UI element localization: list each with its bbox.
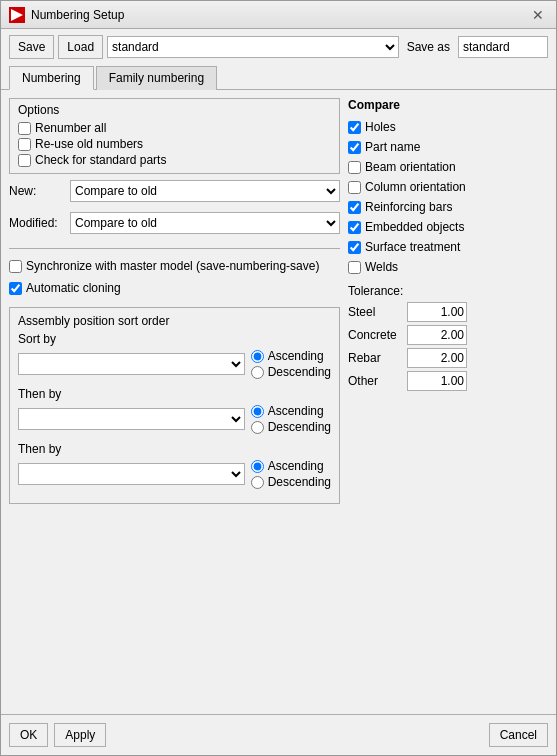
sort1-descending-radio[interactable] (251, 366, 264, 379)
other-input[interactable] (407, 371, 467, 391)
beam-orientation-checkbox[interactable] (348, 161, 361, 174)
tolerance-section: Tolerance: Steel Concrete Rebar Other (348, 284, 548, 394)
rebar-row: Rebar (348, 348, 548, 368)
steel-input[interactable] (407, 302, 467, 322)
new-label: New: (9, 184, 64, 198)
sort2-descending-row: Descending (251, 420, 331, 434)
sort1-ascending-radio[interactable] (251, 350, 264, 363)
sort2-radio-group: Ascending Descending (251, 404, 331, 434)
profile-combo[interactable]: standard (107, 36, 399, 58)
holes-label[interactable]: Holes (365, 120, 396, 134)
sort1-ascending-row: Ascending (251, 349, 331, 363)
save-as-label: Save as (407, 40, 450, 54)
welds-checkbox[interactable] (348, 261, 361, 274)
tab-family-numbering[interactable]: Family numbering (96, 66, 217, 90)
footer: OK Apply Cancel (1, 714, 556, 755)
surface-treatment-label[interactable]: Surface treatment (365, 240, 460, 254)
check-standard-row: Check for standard parts (18, 153, 331, 167)
synchronize-checkbox[interactable] (9, 260, 22, 273)
sort2-combo[interactable] (18, 408, 245, 430)
sort3-descending-label[interactable]: Descending (268, 475, 331, 489)
column-orientation-checkbox[interactable] (348, 181, 361, 194)
welds-label[interactable]: Welds (365, 260, 398, 274)
sort3-combo[interactable] (18, 463, 245, 485)
sort2-ascending-row: Ascending (251, 404, 331, 418)
column-orientation-label[interactable]: Column orientation (365, 180, 466, 194)
sort-group-3: Then by Ascending Descen (18, 442, 331, 489)
sort1-descending-row: Descending (251, 365, 331, 379)
renumber-all-checkbox[interactable] (18, 122, 31, 135)
reinforcing-bars-row: Reinforcing bars (348, 200, 548, 214)
window-title: Numbering Setup (31, 8, 528, 22)
tab-numbering[interactable]: Numbering (9, 66, 94, 90)
sort-row-3: Ascending Descending (18, 459, 331, 489)
new-combo[interactable]: Compare to old (70, 180, 340, 202)
surface-treatment-checkbox[interactable] (348, 241, 361, 254)
beam-orientation-row: Beam orientation (348, 160, 548, 174)
part-name-row: Part name (348, 140, 548, 154)
window-icon (9, 7, 25, 23)
sort-row-1: Ascending Descending (18, 349, 331, 379)
ok-button[interactable]: OK (9, 723, 48, 747)
title-bar: Numbering Setup ✕ (1, 1, 556, 29)
concrete-row: Concrete (348, 325, 548, 345)
check-standard-label[interactable]: Check for standard parts (35, 153, 166, 167)
concrete-label: Concrete (348, 328, 403, 342)
rebar-input[interactable] (407, 348, 467, 368)
assembly-sort-title: Assembly position sort order (18, 314, 331, 328)
steel-row: Steel (348, 302, 548, 322)
beam-orientation-label[interactable]: Beam orientation (365, 160, 456, 174)
embedded-objects-row: Embedded objects (348, 220, 548, 234)
modified-combo[interactable]: Compare to old (70, 212, 340, 234)
sort1-combo[interactable] (18, 353, 245, 375)
sort3-ascending-radio[interactable] (251, 460, 264, 473)
auto-clone-label[interactable]: Automatic cloning (26, 281, 121, 295)
sort2-descending-radio[interactable] (251, 421, 264, 434)
reinforcing-bars-checkbox[interactable] (348, 201, 361, 214)
save-button[interactable]: Save (9, 35, 54, 59)
load-button[interactable]: Load (58, 35, 103, 59)
sort1-radio-group: Ascending Descending (251, 349, 331, 379)
reinforcing-bars-label[interactable]: Reinforcing bars (365, 200, 452, 214)
options-section: Options Renumber all Re-use old numbers … (9, 98, 340, 174)
sort1-ascending-label[interactable]: Ascending (268, 349, 324, 363)
reuse-old-label[interactable]: Re-use old numbers (35, 137, 143, 151)
left-panel: Options Renumber all Re-use old numbers … (9, 98, 340, 706)
other-row: Other (348, 371, 548, 391)
numbering-setup-window: Numbering Setup ✕ Save Load standard Sav… (0, 0, 557, 756)
close-button[interactable]: ✕ (528, 5, 548, 25)
part-name-label[interactable]: Part name (365, 140, 420, 154)
embedded-objects-checkbox[interactable] (348, 221, 361, 234)
synchronize-label[interactable]: Synchronize with master model (save-numb… (26, 259, 319, 273)
holes-checkbox[interactable] (348, 121, 361, 134)
reuse-old-row: Re-use old numbers (18, 137, 331, 151)
auto-clone-checkbox[interactable] (9, 282, 22, 295)
reuse-old-checkbox[interactable] (18, 138, 31, 151)
steel-label: Steel (348, 305, 403, 319)
cancel-button[interactable]: Cancel (489, 723, 548, 747)
embedded-objects-label[interactable]: Embedded objects (365, 220, 464, 234)
new-field-row: New: Compare to old (9, 180, 340, 202)
right-panel: Compare Holes Part name Beam orientation… (348, 98, 548, 706)
sort-group-1: Sort by Ascending Descen (18, 332, 331, 379)
tabs-bar: Numbering Family numbering (1, 65, 556, 90)
concrete-input[interactable] (407, 325, 467, 345)
synchronize-row: Synchronize with master model (save-numb… (9, 259, 340, 273)
sort3-descending-radio[interactable] (251, 476, 264, 489)
sort2-ascending-radio[interactable] (251, 405, 264, 418)
sort3-ascending-row: Ascending (251, 459, 331, 473)
part-name-checkbox[interactable] (348, 141, 361, 154)
sort2-ascending-label[interactable]: Ascending (268, 404, 324, 418)
sort1-descending-label[interactable]: Descending (268, 365, 331, 379)
then-by1-label: Then by (18, 387, 331, 401)
renumber-all-label[interactable]: Renumber all (35, 121, 106, 135)
sort2-descending-label[interactable]: Descending (268, 420, 331, 434)
check-standard-checkbox[interactable] (18, 154, 31, 167)
renumber-all-row: Renumber all (18, 121, 331, 135)
auto-clone-row: Automatic cloning (9, 281, 340, 295)
sort3-descending-row: Descending (251, 475, 331, 489)
sort3-ascending-label[interactable]: Ascending (268, 459, 324, 473)
apply-button[interactable]: Apply (54, 723, 106, 747)
sort-group-2: Then by Ascending Descen (18, 387, 331, 434)
save-as-input[interactable] (458, 36, 548, 58)
